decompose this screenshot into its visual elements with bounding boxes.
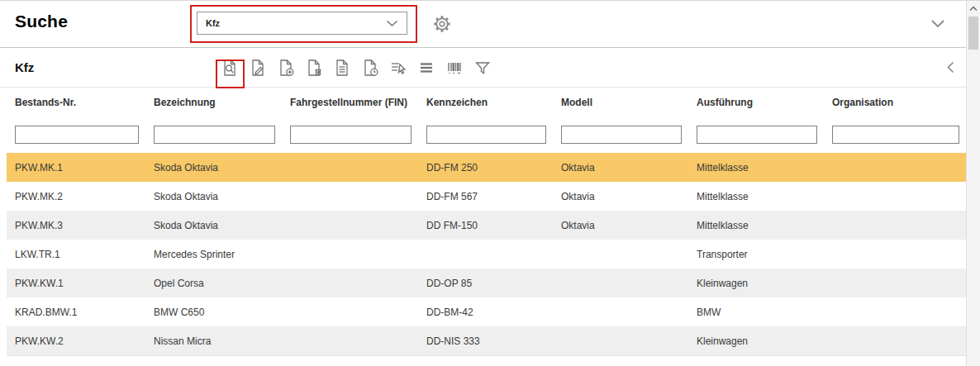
filter-input-6[interactable] [832,126,959,144]
table-cell: PKW.MK.1 [7,162,145,173]
table-cell: Skoda Oktavia [145,162,282,173]
table-cell: LKW.TR.1 [7,249,145,260]
filter-cell [418,126,553,144]
filter-icon[interactable] [471,56,494,79]
collapse-panel-chevron-down-icon[interactable] [930,19,945,28]
filter-row [7,116,966,153]
edit-record-icon[interactable] [246,56,269,79]
table-row[interactable]: PKW.MK.1Skoda OktaviaDD-FM 250OktaviaMit… [7,153,966,182]
filter-cell [553,126,688,144]
table-cell: Mittelklasse [688,220,824,231]
filter-input-5[interactable] [697,126,817,144]
table-cell: Transporter [688,249,824,260]
table-cell: Nissan Micra [145,335,282,347]
search-record-icon[interactable] [218,56,241,79]
table-cell: Mittelklasse [688,191,824,202]
table-row[interactable]: LKW.TR.1Mercedes SprinterTransporter [7,240,966,269]
table-cell: PKW.MK.3 [7,220,145,231]
table-cell: DD FM-150 [418,220,553,231]
table-cell: PKW.MK.2 [7,191,145,202]
section-title: Kfz [15,60,34,74]
table-cell: DD-NIS 333 [418,335,553,347]
table-cell: PKW.KW.2 [7,335,145,347]
table-cell: Mercedes Sprinter [145,249,282,260]
filter-input-3[interactable] [426,126,546,144]
page-title: Suche [15,12,68,31]
table-row[interactable]: PKW.KW.1Opel CorsaDD-OP 85Kleinwagen [7,269,966,297]
table-cell: BMW [688,307,824,318]
filter-cell [688,126,824,144]
filter-input-0[interactable] [15,126,139,144]
vertical-scrollbar[interactable] [966,1,980,366]
table-cell: DD-BM-42 [418,307,553,318]
column-header-3[interactable]: Kennzeichen [418,97,553,108]
column-header-6[interactable]: Organisation [824,97,966,108]
table-cell: DD-OP 85 [418,278,553,289]
table-cell: Mittelklasse [688,162,824,173]
table-row[interactable]: PKW.MK.2Skoda OktaviaDD-FM 567OktaviaMit… [7,182,966,211]
table-cell: DD-FM 567 [418,191,553,202]
filter-cell [145,126,282,144]
vehicle-table: Bestands-Nr.BezeichnungFahrgestellnummer… [7,88,966,356]
top-bar: Suche Kfz [0,1,966,48]
scrollbar-up-arrow-icon[interactable] [967,2,980,15]
table-row[interactable]: PKW.KW.2Nissan MicraDD-NIS 333Kleinwagen [7,326,966,355]
search-window: Suche Kfz Kfz [0,0,980,366]
column-header-5[interactable]: Ausführung [688,97,824,108]
table-cell: KRAD.BMW.1 [7,307,145,318]
table-cell: Kleinwagen [688,278,824,289]
column-header-4[interactable]: Modell [553,97,688,108]
category-dropdown[interactable]: Kfz [197,12,407,35]
chevron-down-icon [386,20,398,27]
table-cell: BMW C650 [145,307,282,318]
scrollbar-thumb[interactable] [968,17,978,50]
delete-record-icon[interactable] [302,56,326,79]
column-header-2[interactable]: Fahrgestellnummer (FIN) [282,97,418,108]
table-row[interactable]: KRAD.BMW.1BMW C650DD-BM-42BMW [7,297,966,326]
filter-cell [282,126,418,144]
toolbar [218,56,494,79]
table-body: PKW.MK.1Skoda OktaviaDD-FM 250OktaviaMit… [7,153,966,355]
rows-icon[interactable] [415,56,438,79]
table-cell: PKW.KW.1 [7,278,145,289]
filter-cell [7,126,145,144]
gear-icon[interactable] [431,13,453,35]
document-icon[interactable] [331,56,354,79]
barcode-icon[interactable] [443,56,466,79]
table-cell: Oktavia [553,191,688,202]
table-cell: Kleinwagen [688,335,824,347]
collapse-section-chevron-left-icon[interactable] [947,61,954,74]
document-export-icon[interactable] [359,56,382,79]
add-record-icon[interactable] [274,56,297,79]
filter-input-2[interactable] [290,126,412,144]
table-row[interactable]: PKW.MK.3Skoda OktaviaDD FM-150OktaviaMit… [7,211,966,240]
table-cell: Opel Corsa [145,278,282,289]
column-header-1[interactable]: Bezeichnung [145,97,282,108]
filter-input-4[interactable] [561,126,682,144]
filter-cell [824,126,966,144]
filter-input-1[interactable] [154,126,275,144]
table-header-row: Bestands-Nr.BezeichnungFahrgestellnummer… [7,88,966,116]
table-cell: Oktavia [553,162,688,173]
section-bar: Kfz [0,48,966,88]
table-cell: Oktavia [553,220,688,231]
select-rows-icon[interactable] [387,56,410,79]
column-header-0[interactable]: Bestands-Nr. [7,97,145,108]
category-dropdown-value: Kfz [206,18,220,28]
table-cell: Skoda Oktavia [145,220,282,231]
table-cell: Skoda Oktavia [145,191,282,202]
table-cell: DD-FM 250 [418,162,553,173]
